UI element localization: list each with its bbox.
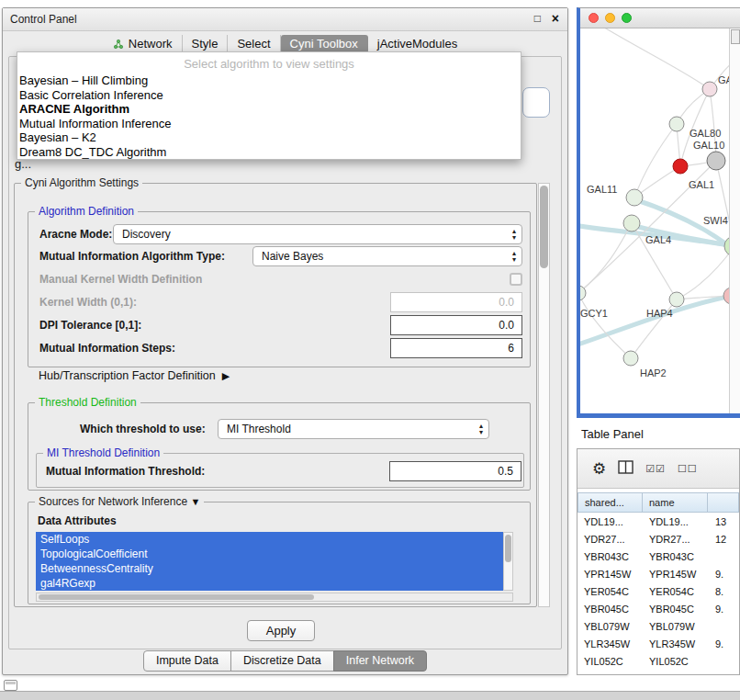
scrollbar-thumb[interactable] <box>731 29 740 44</box>
scrollbar-thumb[interactable] <box>505 535 511 562</box>
table-row[interactable]: YDR27...YDR27...12 <box>577 530 739 548</box>
network-node[interactable] <box>669 292 684 307</box>
bottom-tab-infer-network[interactable]: Infer Network <box>333 650 427 672</box>
tab-style[interactable]: Style <box>183 35 229 53</box>
threshold-definition-title: Threshold Definition <box>35 396 140 409</box>
manual-kernel-label: Manual Kernel Width Definition <box>39 273 202 286</box>
column-header[interactable]: name <box>642 492 708 513</box>
settings-scrollbar[interactable] <box>538 183 550 607</box>
zoom-traffic-light[interactable] <box>622 13 632 23</box>
scrollbar-thumb[interactable] <box>39 594 314 600</box>
network-node[interactable] <box>626 189 643 206</box>
tab-jactivemodules[interactable]: jActiveModules <box>368 35 466 53</box>
table-row[interactable]: YIL052CYIL052C <box>577 652 739 670</box>
algorithm-option[interactable]: Dream8 DC_TDC Algorithm <box>17 145 521 160</box>
aracne-mode-label: Aracne Mode: <box>39 228 112 241</box>
attribute-item[interactable]: gal4RGexp <box>36 576 503 591</box>
network-canvas[interactable]: GAL8GAL80GAL10GAL11GAL1SWI4GAL4GCY1HAP4Y… <box>580 28 740 413</box>
mi-type-select[interactable]: Naive Bayes ▴▾ <box>252 246 522 266</box>
network-node[interactable] <box>702 82 717 96</box>
dpi-tolerance-value: 0.0 <box>499 319 514 332</box>
table-cell: YIL052C <box>577 656 643 667</box>
node-label: HAP4 <box>646 308 673 319</box>
select-checks-icon[interactable]: ☑☑ <box>645 463 666 475</box>
tab-label: Network <box>129 37 173 51</box>
table-cell: YBR045C <box>643 604 709 615</box>
network-edge[interactable] <box>580 293 631 358</box>
minimize-traffic-light[interactable] <box>605 13 615 23</box>
algorithm-option[interactable]: Bayesian – Hill Climbing <box>17 73 521 88</box>
network-graph: GAL8GAL80GAL10GAL11GAL1SWI4GAL4GCY1HAP4Y… <box>580 28 740 413</box>
hub-definition-toggle[interactable]: Hub/Transcription Factor Definition ▶ <box>39 369 230 382</box>
docked-panel-icon[interactable] <box>4 680 17 691</box>
algorithm-option[interactable]: ARACNE Algorithm <box>17 102 521 117</box>
apply-button[interactable]: Apply <box>247 620 315 641</box>
network-edge[interactable] <box>597 28 710 89</box>
attribute-item[interactable]: TopologicalCoefficient <box>36 547 503 561</box>
network-scrollbar[interactable] <box>729 28 740 413</box>
tab-network[interactable]: Network <box>104 35 183 53</box>
table-row[interactable]: YPR145WYPR145W9. <box>577 565 739 582</box>
bottom-tab-bar: Impute DataDiscretize DataInfer Network <box>3 650 567 672</box>
network-node[interactable] <box>623 351 638 366</box>
network-node[interactable] <box>623 215 640 231</box>
attributes-vertical-scrollbar[interactable] <box>503 532 513 591</box>
bottom-tab-impute-data[interactable]: Impute Data <box>143 650 231 672</box>
network-edge[interactable] <box>580 296 732 346</box>
table-row[interactable]: YBL079WYBL079W <box>577 617 739 635</box>
algorithm-placeholder: Select algorithm to view settings <box>17 57 521 71</box>
table-row[interactable]: YER054CYER054C8. <box>577 582 739 600</box>
algorithm-option[interactable]: Bayesian – K2 <box>17 130 521 145</box>
network-node[interactable] <box>673 159 688 174</box>
gear-icon[interactable]: ⚙ <box>592 461 606 477</box>
column-header[interactable] <box>707 492 739 513</box>
which-threshold-select[interactable]: MI Threshold ▴▾ <box>218 419 489 439</box>
hidden-control-fragment <box>522 87 550 118</box>
mi-threshold-field[interactable]: 0.5 <box>389 461 521 481</box>
node-label: GAL10 <box>693 140 724 151</box>
algorithm-list: Bayesian – Hill ClimbingBasic Correlatio… <box>17 73 521 159</box>
sources-toggle[interactable]: Sources for Network Inference ▼ <box>35 495 204 508</box>
network-window-titlebar[interactable] <box>580 8 740 28</box>
mi-threshold-value: 0.5 <box>498 465 513 478</box>
network-node[interactable] <box>669 117 684 131</box>
table-toolbar: ⚙ ☑☑ ☐☐ <box>577 449 739 489</box>
columns-icon[interactable] <box>618 460 633 478</box>
algorithm-option[interactable]: Mutual Information Inference <box>17 117 521 131</box>
aracne-mode-select[interactable]: Discovery ▴▾ <box>113 224 522 244</box>
column-header[interactable]: shared... <box>577 492 643 513</box>
mi-type-value: Naive Bayes <box>262 250 323 263</box>
control-panel-titlebar: Control Panel □ × <box>3 8 567 31</box>
attributes-horizontal-scrollbar[interactable] <box>36 593 513 602</box>
network-node[interactable] <box>707 152 725 170</box>
algorithm-option[interactable]: Basic Correlation Inference <box>17 88 521 103</box>
table-row[interactable]: YBR045CYBR045C9. <box>577 600 739 617</box>
close-icon[interactable]: × <box>552 11 559 26</box>
float-window-icon[interactable]: □ <box>534 12 541 25</box>
attribute-item[interactable]: SelfLoops <box>36 532 503 547</box>
dpi-tolerance-field[interactable]: 0.0 <box>390 315 522 335</box>
attribute-item[interactable]: BetweennessCentrality <box>36 561 503 576</box>
manual-kernel-checkbox[interactable] <box>510 273 522 286</box>
table-cell: YLR345W <box>643 638 709 649</box>
network-edge[interactable] <box>634 124 677 198</box>
tab-select[interactable]: Select <box>228 35 280 53</box>
kernel-width-field[interactable]: 0.0 <box>390 292 522 312</box>
table-row[interactable]: YDL19...YDL19...13 <box>577 513 739 530</box>
close-traffic-light[interactable] <box>589 13 599 23</box>
network-icon <box>113 39 124 50</box>
scrollbar-thumb[interactable] <box>540 186 548 268</box>
tab-label: Cyni Toolbox <box>290 37 358 51</box>
table-cell: YBL079W <box>577 621 643 632</box>
bottom-tab-discretize-data[interactable]: Discretize Data <box>230 650 334 672</box>
table-row[interactable]: YLR345WYLR345W9. <box>577 635 739 652</box>
unselect-boxes-icon[interactable]: ☐☐ <box>678 463 698 475</box>
tab-cyni-toolbox[interactable]: Cyni Toolbox <box>281 35 368 53</box>
algorithm-definition-title: Algorithm Definition <box>35 205 138 218</box>
data-attributes-list[interactable]: SelfLoopsTopologicalCoefficientBetweenne… <box>36 532 503 591</box>
expand-right-icon: ▶ <box>222 370 230 382</box>
table-cell: YDR27... <box>643 534 709 545</box>
table-cell: 13 <box>709 516 739 527</box>
mi-steps-field[interactable]: 6 <box>390 338 522 358</box>
table-row[interactable]: YBR043CYBR043C <box>577 548 739 565</box>
